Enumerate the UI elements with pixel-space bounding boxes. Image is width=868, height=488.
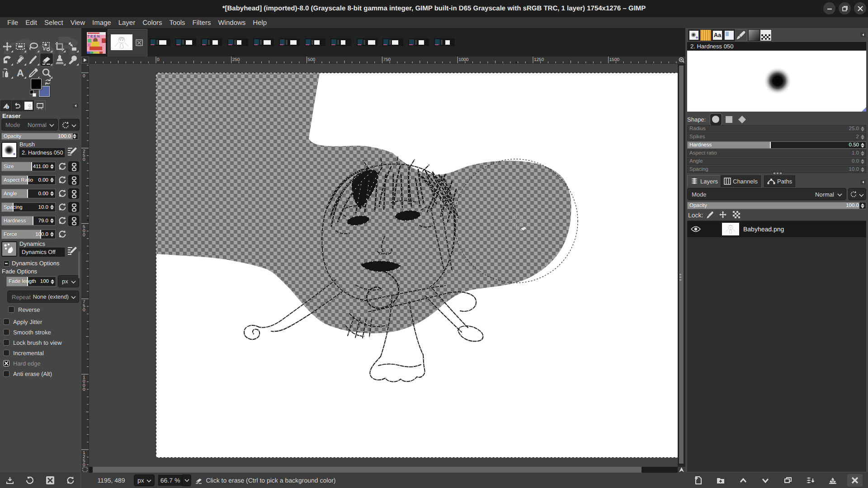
zoom-input[interactable]: 66.7 % — [158, 475, 183, 486]
tab-close-icon[interactable] — [136, 39, 143, 46]
shape-diamond-button[interactable] — [736, 114, 748, 125]
horizontal-ruler[interactable]: 0250500750100012501500 — [89, 56, 678, 64]
restore-preset-icon[interactable] — [25, 476, 34, 485]
merge-down-button[interactable] — [802, 474, 818, 487]
spinner-arrows-icon[interactable] — [859, 150, 865, 156]
tool-clone-icon[interactable] — [53, 53, 66, 66]
image-tab-screenshot-2[interactable] — [175, 38, 196, 46]
brush-spikes-slider[interactable]: Spikes2 — [687, 133, 866, 141]
vertical-scrollbar[interactable]: ​ — [678, 64, 685, 467]
navigation-button[interactable] — [678, 467, 685, 473]
tool-unified-transform-icon[interactable] — [66, 40, 79, 53]
tool-free-select-icon[interactable] — [27, 40, 40, 53]
image-tab-screenshot-10[interactable] — [382, 38, 403, 46]
dock-tab-tool-options[interactable]: i — [0, 100, 11, 111]
save-preset-icon[interactable] — [6, 476, 14, 484]
image-tab-babyhead[interactable] — [108, 29, 147, 56]
tab-paths[interactable]: Paths — [764, 175, 795, 187]
restore-button[interactable] — [839, 2, 851, 14]
layers-dock-collapse-icon[interactable] — [860, 179, 866, 185]
delete-layer-button[interactable] — [847, 474, 863, 487]
minimize-button[interactable] — [823, 2, 835, 14]
layer-thumbnail[interactable] — [722, 223, 739, 235]
raise-layer-button[interactable] — [736, 474, 751, 487]
edit-dynamics-icon[interactable] — [66, 245, 77, 256]
reset-icon[interactable] — [58, 230, 67, 239]
spinner-arrows-icon[interactable] — [859, 134, 865, 140]
new-layer-button[interactable] — [691, 474, 706, 487]
spinner-arrows-icon[interactable] — [859, 166, 865, 173]
swap-colors-icon[interactable] — [44, 78, 52, 85]
checkbox-incremental[interactable] — [3, 350, 9, 356]
menu-file[interactable]: File — [4, 18, 22, 28]
brush-editor-name[interactable]: 2. Hardness 050 — [687, 42, 866, 51]
menu-image[interactable]: Image — [89, 18, 115, 28]
image-tab-screenshot-6[interactable] — [279, 38, 300, 46]
aspect-ratio-slider[interactable]: Aspect Ratio0.00 — [1, 175, 56, 185]
dock-tab-document-history[interactable] — [723, 29, 735, 41]
horizontal-scrollbar-thumb[interactable] — [93, 467, 642, 473]
menu-layer[interactable]: Layer — [115, 18, 139, 28]
default-colors-icon[interactable] — [30, 90, 37, 97]
link-toggle-icon[interactable] — [68, 202, 79, 212]
tab-channels[interactable]: Channels — [721, 175, 761, 187]
lower-layer-button[interactable] — [758, 474, 773, 487]
hardness-slider[interactable]: Hardness79.0 — [1, 216, 56, 225]
unit-dropdown[interactable]: px — [134, 474, 155, 486]
tool-move-icon[interactable] — [1, 40, 14, 53]
brush-aspect-ratio-slider[interactable]: Aspect ratio1.0 — [687, 150, 866, 157]
menu-colors[interactable]: Colors — [139, 18, 165, 28]
link-toggle-icon[interactable] — [68, 188, 79, 199]
zoom-dropdown-icon[interactable] — [182, 474, 191, 486]
tab-layers[interactable]: Layers — [687, 175, 721, 187]
tool-options-scrollbar[interactable] — [78, 251, 80, 278]
checkbox-lock-brush-to-view[interactable] — [3, 339, 9, 346]
menu-help[interactable]: Help — [249, 18, 270, 28]
reset-icon[interactable] — [58, 175, 67, 184]
image-tab-screenshot-9[interactable] — [357, 38, 377, 46]
reset-icon[interactable] — [58, 189, 67, 198]
spacing-slider[interactable]: Spacing10.0 — [1, 202, 56, 212]
fade-length-slider[interactable]: Fade length 100 — [6, 277, 56, 286]
delete-preset-icon[interactable] — [46, 476, 55, 485]
image-tab-screenshot-5[interactable] — [253, 38, 274, 46]
reset-icon[interactable] — [58, 216, 67, 225]
spinner-arrows-icon[interactable] — [49, 162, 55, 171]
checkbox-apply-jitter[interactable] — [3, 319, 9, 325]
tool-zoom-icon[interactable] — [40, 66, 53, 79]
lock-pixels-icon[interactable] — [706, 211, 714, 219]
dock-tab-brush-editor[interactable] — [735, 29, 747, 41]
canvas-viewport[interactable] — [89, 64, 678, 467]
dock-tab-fonts[interactable]: Aa — [712, 29, 723, 41]
spinner-arrows-icon[interactable] — [859, 142, 865, 148]
image-tab-screenshot-11[interactable] — [408, 38, 429, 46]
close-button[interactable] — [854, 2, 866, 14]
ruler-corner-button[interactable] — [81, 56, 89, 64]
checkbox-anti-erase-alt-[interactable] — [3, 371, 9, 377]
tool-paintbrush-icon[interactable] — [27, 53, 40, 66]
layer-row-babyhead[interactable]: Babyhead.png — [687, 221, 866, 237]
brush-radius-slider[interactable]: Radius25.0 — [687, 125, 866, 132]
link-toggle-icon[interactable] — [68, 175, 79, 185]
link-toggle-icon[interactable] — [68, 161, 79, 172]
quick-mask-toggle[interactable] — [81, 467, 89, 473]
force-slider[interactable]: Force100.0 — [1, 230, 56, 239]
shape-circle-button[interactable] — [710, 114, 722, 125]
dock-tab-brushes[interactable] — [688, 29, 700, 41]
layer-opacity-slider[interactable]: Opacity 100.0 — [687, 202, 866, 209]
dock-tab-undo-history[interactable] — [12, 100, 23, 111]
image-tab-screenshot-1[interactable] — [150, 38, 170, 46]
opacity-slider[interactable]: Opacity 100.0 — [1, 133, 78, 140]
tool-eraser-icon[interactable] — [40, 53, 53, 66]
mode-reset-button[interactable] — [59, 119, 80, 131]
dynamics-name-field[interactable]: Dynamics Off — [19, 248, 65, 257]
reset-icon[interactable] — [58, 162, 67, 171]
spinner-arrows-icon[interactable] — [49, 176, 55, 184]
menu-view[interactable]: View — [67, 18, 89, 28]
zoom-follow-window-icon[interactable] — [678, 56, 685, 64]
dock-tab-image-window[interactable] — [34, 100, 46, 111]
edit-brush-icon[interactable] — [66, 146, 77, 157]
brush-spacing-slider[interactable]: Spacing10.0 — [687, 166, 866, 173]
shape-square-button[interactable] — [723, 114, 735, 125]
dock-tab-palettes[interactable] — [760, 29, 772, 41]
